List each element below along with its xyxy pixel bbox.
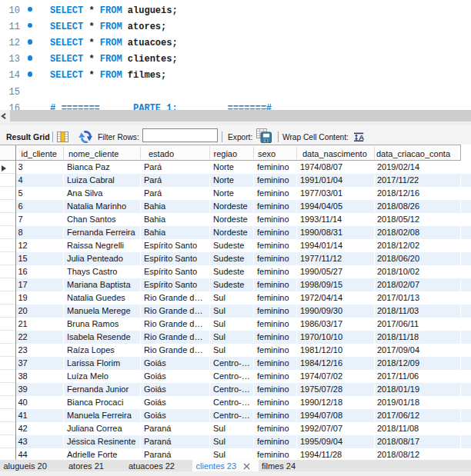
- svg-text:A: A: [359, 132, 364, 141]
